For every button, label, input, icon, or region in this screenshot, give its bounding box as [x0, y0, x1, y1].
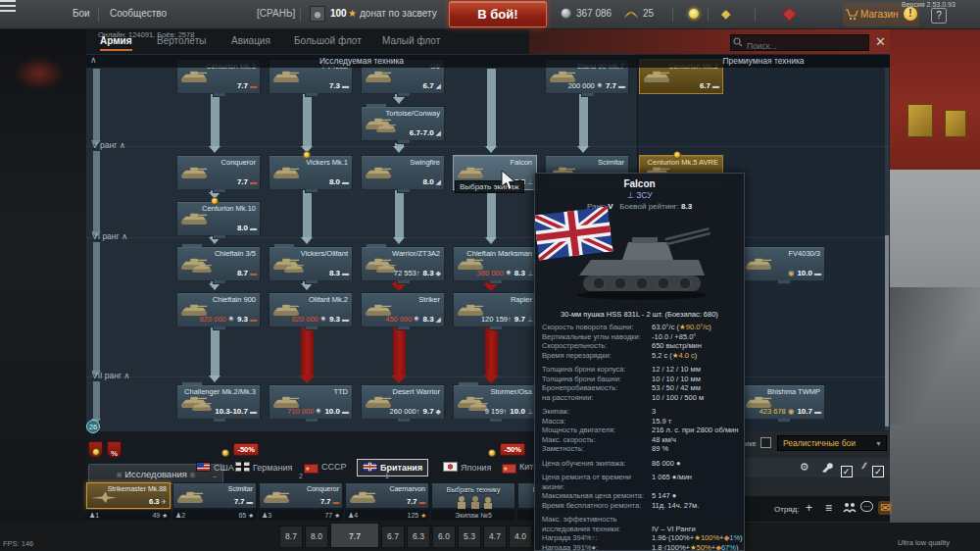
battle-rating-row: 620 000 9.3▬: [292, 315, 349, 324]
vehicle-name: Chieftain Marksman: [466, 249, 532, 258]
rank-scroll-arrow[interactable]: [93, 242, 100, 371]
br-tab-5.3[interactable]: 5.3: [458, 526, 481, 548]
event-clock-shield-icon[interactable]: [88, 441, 103, 458]
crew-slot-5[interactable]: Выбрать технику: [431, 482, 515, 509]
war-thunder-window: Бои Сообщество [СРАНЬ] ☻ 100 ★ донат по …: [0, 0, 980, 551]
premium-header: Премиумная техника: [637, 55, 890, 68]
tooltip-stat-row: Цена ремонта от времени жизни:1 065 ●/ми…: [542, 473, 737, 491]
repair-checkbox[interactable]: ✓: [841, 466, 853, 477]
vehicle-tile-challenger-mk-2-mk-3[interactable]: Challenger Mk.2/Mk.310.3-10.7▬: [176, 384, 261, 420]
gear-icon[interactable]: ⚙: [800, 461, 809, 474]
vehicle-tile-olifant-mk-2[interactable]: Olifant Mk.2620 000 9.3▬: [269, 292, 353, 327]
rank-scroll-arrow[interactable]: [93, 151, 100, 231]
tooltip-stat-row: Мощность двигателя:216 л. с. при 2800 об…: [542, 426, 737, 435]
bulb-icon[interactable]: [689, 9, 699, 19]
vehicle-tile-vickers-olifant[interactable]: Vickers/Olifant8.3▬: [269, 246, 353, 281]
vehicle-class-icon: ⊥: [527, 270, 533, 276]
br-tab-8.7[interactable]: 8.7: [279, 526, 303, 548]
vehicle-class-icon: ▬: [342, 270, 349, 276]
group-icon[interactable]: [843, 501, 857, 513]
menu-icon[interactable]: [0, 0, 16, 12]
tooltip-vehicle-image: [542, 213, 737, 307]
camo-checkbox[interactable]: ✓: [872, 466, 884, 477]
tab-вертолёты[interactable]: Вертолёты: [157, 35, 207, 46]
chat-icon[interactable]: ⋯: [860, 501, 873, 512]
rank-scroll-arrow[interactable]: [93, 69, 100, 140]
vehicle-tile-striker[interactable]: Striker450 000 8.3◢: [361, 292, 445, 327]
vehicle-cost: 620 000: [200, 315, 234, 324]
game-mode-dropdown[interactable]: Реалистичные бои▼: [777, 435, 887, 451]
vehicle-tile-stormer-osa[interactable]: Stormer/Osa9 159↑10.0⊥: [453, 384, 537, 420]
collapse-icon[interactable]: ∧: [90, 55, 97, 65]
battle-rating-row: 6.7▬: [700, 81, 719, 90]
hangar-settings-row: ⚙ ✓ ∕∕∕ ✓: [745, 458, 890, 477]
br-tab-6.0[interactable]: 6.0: [432, 526, 456, 548]
menu-community[interactable]: Сообщество: [110, 8, 167, 19]
wrench-icon[interactable]: [820, 461, 833, 474]
list-icon[interactable]: ≡: [825, 501, 832, 515]
tab-active-армия[interactable]: Армия: [100, 35, 132, 51]
vehicle-name: Stormer/Osa: [490, 387, 532, 396]
gem-icon[interactable]: ◆: [721, 7, 730, 21]
golden-eagles-icon: [623, 8, 639, 20]
vehicle-tile-fv4030-3[interactable]: FV4030/3 ◉10.0▬: [741, 246, 825, 281]
crew-slot-1[interactable]: Strikemaster Mk.886.3 ✈: [86, 482, 171, 509]
crew-slot-4[interactable]: Caernarvon7.7 ▬: [345, 482, 429, 509]
to-battle-button[interactable]: В бой!: [449, 1, 547, 27]
nation-tab-jp[interactable]: Япония: [443, 462, 491, 479]
br-tab-6.3[interactable]: 6.3: [407, 526, 430, 548]
vehicle-tile-centurion-mk-10[interactable]: Centurion Mk.108.0▬: [176, 201, 261, 236]
br-tab-7.7[interactable]: 7.7: [330, 523, 379, 548]
crew-slot-3[interactable]: Conqueror7.7 ▬: [259, 482, 343, 509]
player-name[interactable]: донат по засвету: [360, 8, 437, 19]
search-box[interactable]: [730, 34, 869, 51]
booster-ticket-icon[interactable]: [782, 7, 798, 23]
tile-connector: [489, 419, 503, 423]
vehicle-tile-desert-warrior[interactable]: Desert Warrior260 000↑9.7◆: [361, 384, 445, 420]
battle-rating-row: 8.3▬: [329, 269, 349, 277]
camo-icon[interactable]: ∕∕∕: [863, 461, 865, 471]
vehicle-tile-bhishma-twmp[interactable]: Bhishma TWMP423 678 ◉10.7▬: [741, 384, 825, 420]
vehicle-class-icon: ⊥: [527, 408, 533, 415]
golden-eagles-amount[interactable]: 25: [643, 8, 654, 19]
help-button[interactable]: ?: [931, 8, 947, 24]
vehicle-tile-chieftain-3-5[interactable]: Chieftain 3/58.7▬: [176, 246, 261, 281]
vehicle-tile-chieftain-marksman[interactable]: Chieftain Marksman380 000 8.3⊥: [453, 246, 537, 281]
add-squad-icon[interactable]: +: [806, 501, 812, 515]
vehicle-tile-conqueror[interactable]: Conqueror7.7▬: [176, 155, 261, 190]
br-tab-6.7[interactable]: 6.7: [381, 526, 405, 548]
vehicle-cost: 710 000: [287, 407, 321, 416]
vehicle-tile-chieftain-900[interactable]: Chieftain 900620 000 9.3▬: [176, 292, 261, 327]
crew-slot-2[interactable]: Scimitar7.7 ▬: [172, 482, 257, 509]
close-icon[interactable]: ✕: [875, 34, 886, 49]
tab-малый-флот[interactable]: Малый флот: [382, 35, 440, 46]
vehicle-tile-swingfire[interactable]: Swingfire8.0◢: [361, 155, 445, 190]
scrollbar-thumb[interactable]: [885, 235, 889, 426]
tile-connector: [305, 93, 318, 97]
mode-checkbox[interactable]: [760, 437, 771, 448]
vehicle-name: Chieftain 900: [213, 295, 256, 304]
tile-connector: [213, 189, 226, 193]
avatar[interactable]: ☻: [310, 6, 325, 22]
discount-percent-shield-icon[interactable]: %: [107, 441, 122, 458]
clan-tag[interactable]: [СРАНЬ]: [257, 8, 295, 19]
br-tab-8.0[interactable]: 8.0: [305, 526, 328, 548]
tab-авиация[interactable]: Авиация: [231, 35, 270, 46]
mail-icon[interactable]: ✉: [878, 501, 892, 515]
search-input[interactable]: [731, 39, 868, 54]
rank-scroll-arrow[interactable]: [93, 381, 100, 419]
vehicle-tile-tortoise-conway[interactable]: Tortoise/Conway6.7-7.0◢: [361, 106, 445, 141]
br-tab-4.0[interactable]: 4.0: [509, 526, 532, 548]
tooltip-stat-row: Экипаж:3: [542, 407, 737, 417]
menu-battles[interactable]: Бои: [73, 8, 90, 19]
vehicle-tile-warrior-zt3a2[interactable]: Warrior/ZT3A272 553↑8.3◆: [361, 246, 445, 281]
vehicle-tile-ttd[interactable]: TTD710 000 10.0▬: [269, 384, 353, 420]
tank-icon: [364, 69, 393, 83]
vehicle-tile-vickers-mk-1[interactable]: Vickers Mk.18.0▬: [269, 155, 353, 190]
silver-lions-amount[interactable]: 367 086: [576, 8, 612, 19]
br-tab-4.7[interactable]: 4.7: [483, 526, 507, 548]
tooltip-vehicle-name: Falcon: [542, 178, 737, 189]
vehicle-name: Tortoise/Conway: [386, 109, 440, 118]
vehicle-tile-rapier[interactable]: Rapier120 159↑9.7⊥: [453, 292, 537, 327]
tab-большой-флот[interactable]: Большой флот: [294, 35, 362, 46]
